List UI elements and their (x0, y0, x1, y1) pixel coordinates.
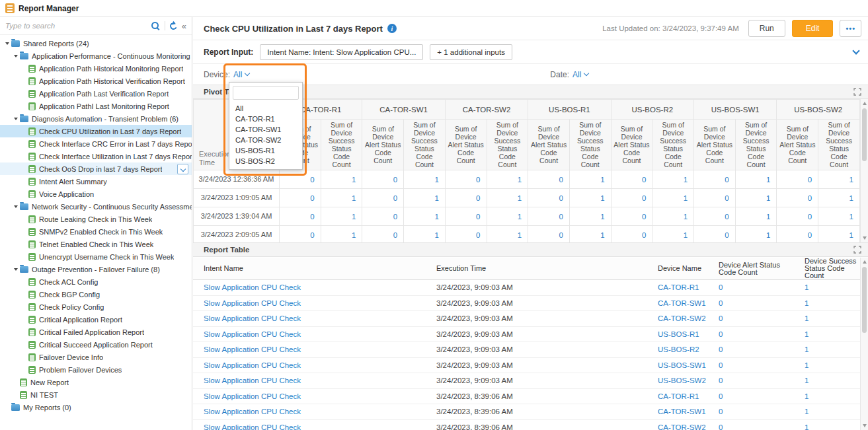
pivot-value[interactable]: 0 (528, 207, 570, 226)
pivot-value[interactable]: 0 (280, 207, 321, 226)
pivot-value[interactable]: 0 (445, 207, 487, 226)
pivot-value[interactable]: 0 (528, 226, 570, 243)
more-options-button[interactable]: ••• (840, 20, 861, 37)
expand-arrow-icon[interactable] (11, 118, 20, 120)
pivot-value[interactable]: 1 (404, 170, 446, 189)
intent-name-link[interactable]: Slow Application CPU Check (193, 342, 426, 358)
tree-item[interactable]: Application Path Historical Monitoring R… (0, 62, 192, 75)
tree-item[interactable]: Application Path Last Verification Repor… (0, 87, 192, 100)
pivot-value[interactable]: 1 (818, 189, 860, 207)
pivot-value[interactable]: 1 (652, 226, 694, 243)
additional-inputs-tag[interactable]: + 1 additional inputs (430, 44, 512, 60)
pivot-value[interactable]: 0 (445, 226, 487, 243)
intent-name-link[interactable]: Slow Application CPU Check (193, 404, 426, 420)
tree-item[interactable]: Critical Failed Application Report (0, 326, 192, 338)
tree-item[interactable]: NI TEST (0, 388, 192, 401)
tree-item[interactable]: Check BGP Config (0, 288, 192, 301)
tree-item[interactable]: Check Interface CRC Error in Last 7 days… (0, 137, 192, 150)
tree-item[interactable]: Check Interface Utilization in Last 7 da… (0, 150, 192, 162)
pivot-value[interactable]: 0 (694, 189, 736, 207)
scroll-down-icon[interactable] (863, 236, 867, 240)
dropdown-option[interactable]: US-BOS-R1 (229, 145, 302, 156)
pivot-value[interactable]: 0 (611, 207, 652, 226)
pivot-value[interactable]: 1 (487, 226, 528, 243)
intent-name-link[interactable]: Slow Application CPU Check (193, 280, 426, 296)
pivot-value[interactable]: 1 (487, 170, 528, 189)
pivot-value[interactable]: 0 (611, 226, 652, 243)
pivot-value[interactable]: 1 (818, 207, 860, 226)
expand-pivot-icon[interactable] (853, 88, 861, 96)
pivot-value[interactable]: 1 (569, 189, 611, 207)
pivot-value[interactable]: 0 (528, 189, 570, 207)
tree-item[interactable]: Application Path Historical Verification… (0, 75, 192, 87)
info-icon[interactable]: i (387, 24, 397, 33)
pivot-value[interactable]: 0 (777, 226, 818, 243)
tree-item[interactable]: Intent Alert Summary (0, 175, 192, 188)
pivot-value[interactable]: 1 (404, 189, 446, 207)
intent-name-link[interactable]: Slow Application CPU Check (193, 311, 426, 327)
tree-item[interactable]: Problem Failover Devices (0, 363, 192, 376)
pivot-value[interactable]: 0 (362, 170, 404, 189)
pivot-value[interactable]: 0 (777, 170, 818, 189)
pivot-value[interactable]: 0 (611, 189, 652, 207)
pivot-value[interactable]: 0 (445, 170, 487, 189)
tree-item[interactable]: Check OoS Drop in last 7 days Report (0, 162, 192, 175)
pivot-value[interactable]: 1 (818, 170, 860, 189)
device-name-link[interactable]: CA-TOR-SW1 (647, 295, 713, 311)
pivot-value[interactable]: 1 (404, 207, 446, 226)
tree-item[interactable]: Application Performance - Continuous Mon… (0, 50, 192, 62)
pivot-scrollbar[interactable] (860, 99, 868, 242)
pivot-value[interactable]: 1 (487, 207, 528, 226)
pivot-value[interactable]: 1 (321, 189, 362, 207)
date-filter[interactable]: Date: All (550, 70, 588, 79)
date-filter-value[interactable]: All (572, 70, 581, 79)
pivot-value[interactable]: 1 (321, 226, 362, 243)
intent-name-link[interactable]: Slow Application CPU Check (193, 419, 426, 430)
device-name-link[interactable]: CA-TOR-SW2 (647, 311, 713, 327)
item-dropdown-icon[interactable] (177, 164, 188, 174)
pivot-value[interactable]: 1 (569, 170, 611, 189)
tree-item[interactable]: SNMPv2 Enabled Check in This Week (0, 225, 192, 238)
pivot-value[interactable]: 0 (445, 189, 487, 207)
tree-item[interactable]: Route Leaking Check in This Week (0, 213, 192, 225)
pivot-value[interactable]: 1 (735, 189, 777, 207)
expand-arrow-icon[interactable] (11, 205, 20, 208)
device-name-link[interactable]: US-BOS-SW1 (647, 357, 713, 373)
intent-input-tag[interactable]: Intent Name: Intent: Slow Application CP… (260, 44, 423, 60)
intent-name-link[interactable]: Slow Application CPU Check (193, 388, 426, 404)
pivot-value[interactable]: 0 (694, 226, 736, 243)
dropdown-option[interactable]: US-BOS-R2 (229, 156, 302, 166)
pivot-value[interactable]: 0 (528, 170, 570, 189)
device-name-link[interactable]: US-BOS-R2 (647, 342, 713, 358)
device-name-link[interactable]: CA-TOR-SW2 (647, 419, 713, 430)
device-filter-value[interactable]: All (233, 70, 242, 79)
pivot-value[interactable]: 0 (777, 189, 818, 207)
expand-report-icon[interactable] (853, 246, 861, 254)
scroll-down-icon[interactable] (863, 424, 867, 427)
tree-item[interactable]: Outage Prevention - Failover Failure (8) (0, 263, 192, 275)
tree-item[interactable]: Network Security - Continuous Security A… (0, 200, 192, 213)
pivot-value[interactable]: 0 (694, 207, 736, 226)
pivot-value[interactable]: 1 (569, 226, 611, 243)
dropdown-option[interactable]: CA-TOR-SW2 (229, 135, 302, 145)
collapse-input-section-icon[interactable] (852, 47, 859, 54)
tree-item[interactable]: Critical Succeed Application Report (0, 338, 192, 351)
pivot-value[interactable]: 0 (362, 226, 404, 243)
tree-item[interactable]: Unencrypt Username Check in This Week (0, 250, 192, 263)
pivot-value[interactable]: 0 (777, 207, 818, 226)
intent-name-link[interactable]: Slow Application CPU Check (193, 373, 426, 389)
expand-arrow-icon[interactable] (11, 268, 20, 271)
pivot-value[interactable]: 0 (280, 189, 321, 207)
pivot-value[interactable]: 1 (404, 226, 446, 243)
tree-item[interactable]: Failover Device Info (0, 351, 192, 363)
scroll-up-icon[interactable] (863, 260, 867, 264)
dropdown-option[interactable]: CA-TOR-R1 (229, 114, 302, 124)
collapse-sidebar-icon[interactable]: « (182, 22, 186, 30)
tree-item[interactable]: New Report (0, 376, 192, 388)
expand-arrow-icon[interactable] (3, 42, 11, 45)
pivot-value[interactable]: 1 (735, 226, 777, 243)
dropdown-option[interactable]: CA-TOR-SW1 (229, 124, 302, 135)
intent-name-link[interactable]: Slow Application CPU Check (193, 357, 426, 373)
pivot-value[interactable]: 0 (280, 170, 321, 189)
pivot-value[interactable]: 1 (487, 189, 528, 207)
